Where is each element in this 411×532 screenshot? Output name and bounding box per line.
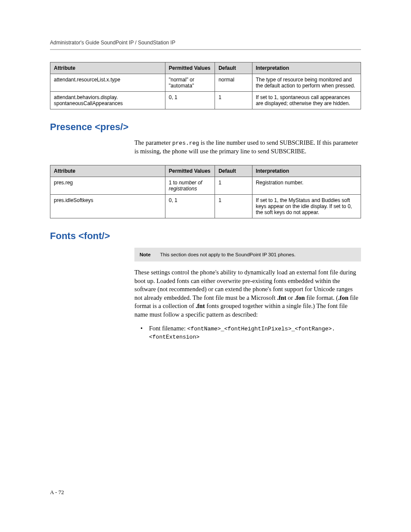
bold-span: .fon — [338, 294, 349, 301]
cell-default: 1 — [215, 195, 252, 218]
cell-default: 1 — [215, 92, 252, 109]
col-header-attribute: Attribute — [50, 62, 165, 74]
cell-permitted: 0, 1 — [165, 195, 215, 218]
col-header-interpretation: Interpretation — [252, 165, 361, 177]
fonts-body-block: Note This section does not apply to the … — [134, 248, 361, 341]
table-row: pres.reg 1 to number of registrations 1 … — [50, 177, 361, 195]
col-header-attribute: Attribute — [50, 165, 165, 177]
presence-heading: Presence <pres/> — [50, 121, 361, 133]
col-header-permitted: Permitted Values — [165, 165, 215, 177]
fonts-heading: Fonts <font/> — [50, 230, 361, 242]
bullet-list: Font filename: <fontName>_<fontHeightInP… — [134, 324, 361, 341]
code-span: pres.reg — [172, 140, 199, 146]
list-item: Font filename: <fontName>_<fontHeightInP… — [134, 324, 361, 341]
cell-default: normal — [215, 74, 252, 92]
cell-permitted: 0, 1 — [165, 92, 215, 109]
presence-intro: The parameter pres.reg is the line numbe… — [134, 139, 361, 156]
cell-interpretation: Registration number. — [252, 177, 361, 195]
cell-permitted: "normal" or "automata" — [165, 74, 215, 92]
note-label: Note — [140, 252, 151, 257]
note-text: This section does not apply to the Sound… — [160, 252, 356, 257]
cell-interpretation: If set to 1, spontaneous call appearance… — [252, 92, 361, 109]
bold-span: .fnt — [196, 302, 205, 309]
attendant-config-table: Attribute Permitted Values Default Inter… — [50, 62, 361, 109]
col-header-permitted: Permitted Values — [165, 62, 215, 74]
cell-permitted: 1 to number of registrations — [165, 177, 215, 195]
bold-span: .fon — [295, 294, 305, 301]
running-header: Administrator's Guide SoundPoint IP / So… — [50, 40, 361, 46]
col-header-interpretation: Interpretation — [252, 62, 361, 74]
bold-span: .fnt — [277, 294, 286, 301]
cell-attribute: attendant.resourceList.x.type — [50, 74, 165, 92]
note-box: Note This section does not apply to the … — [134, 248, 361, 261]
table-row: attendant.resourceList.x.type "normal" o… — [50, 74, 361, 92]
text-span: The parameter — [134, 139, 172, 146]
text-span: Font filename: — [149, 325, 187, 332]
presence-config-table: Attribute Permitted Values Default Inter… — [50, 165, 361, 218]
cell-attribute: pres.reg — [50, 177, 165, 195]
text-span: 1 to — [169, 180, 179, 186]
table-row: attendant.behaviors.display. spontaneous… — [50, 92, 361, 109]
header-rule — [50, 49, 361, 50]
table-row: pres.idleSoftkeys 0, 1 1 If set to 1, th… — [50, 195, 361, 218]
fonts-paragraph: These settings control the phone's abili… — [134, 268, 361, 319]
cell-interpretation: The type of resource being monitored and… — [252, 74, 361, 92]
cell-interpretation: If set to 1, the MyStatus and Buddies so… — [252, 195, 361, 218]
text-span: file format. ( — [305, 294, 338, 301]
cell-attribute: pres.idleSoftkeys — [50, 195, 165, 218]
cell-attribute: attendant.behaviors.display. spontaneous… — [50, 92, 165, 109]
page-number: A - 72 — [50, 489, 64, 496]
col-header-default: Default — [215, 62, 252, 74]
col-header-default: Default — [215, 165, 252, 177]
text-span: or — [286, 294, 294, 301]
cell-default: 1 — [215, 177, 252, 195]
presence-intro-block: The parameter pres.reg is the line numbe… — [134, 139, 361, 156]
